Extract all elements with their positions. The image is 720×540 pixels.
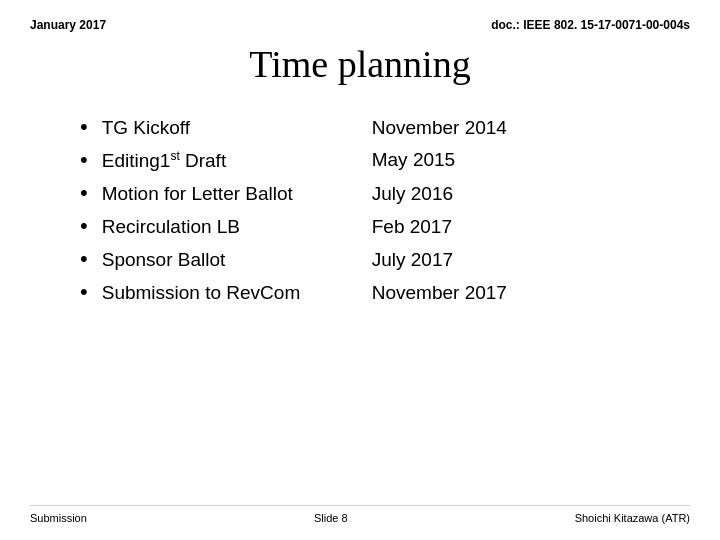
bullet-label: Recirculation LB (102, 216, 372, 238)
bullet-date: Feb 2017 (372, 216, 452, 238)
bullet-dot: • (80, 215, 88, 237)
footer-bar: Submission Slide 8 Shoichi Kitazawa (ATR… (30, 505, 690, 524)
header-bar: January 2017 doc.: IEEE 802. 15-17-0071-… (30, 18, 690, 32)
bullet-date: July 2016 (372, 183, 453, 205)
list-item: • Recirculation LB Feb 2017 (80, 215, 670, 238)
bullet-content: Submission to RevCom November 2017 (102, 282, 670, 304)
list-item: • TG Kickoff November 2014 (80, 116, 670, 139)
bullet-content: Motion for Letter Ballot July 2016 (102, 183, 670, 205)
slide-title: Time planning (249, 43, 470, 85)
bullet-label: Motion for Letter Ballot (102, 183, 372, 205)
header-date: January 2017 (30, 18, 106, 32)
footer-submission: Submission (30, 512, 87, 524)
bullet-label: Editing1st Draft (102, 149, 372, 172)
bullet-date: November 2017 (372, 282, 507, 304)
bullet-label: Submission to RevCom (102, 282, 372, 304)
footer-slide: Slide 8 (314, 512, 348, 524)
list-item: • Sponsor Ballot July 2017 (80, 248, 670, 271)
bullet-date: November 2014 (372, 117, 507, 139)
list-item: • Motion for Letter Ballot July 2016 (80, 182, 670, 205)
slide: January 2017 doc.: IEEE 802. 15-17-0071-… (0, 0, 720, 540)
bullet-dot: • (80, 248, 88, 270)
title-area: Time planning (30, 42, 690, 86)
list-item: • Editing1st Draft May 2015 (80, 149, 670, 172)
bullet-dot: • (80, 149, 88, 171)
list-item: • Submission to RevCom November 2017 (80, 281, 670, 304)
bullet-content: Recirculation LB Feb 2017 (102, 216, 670, 238)
bullet-dot: • (80, 182, 88, 204)
bullet-content: Editing1st Draft May 2015 (102, 149, 670, 172)
content-area: • TG Kickoff November 2014 • Editing1st … (30, 116, 690, 304)
bullet-dot: • (80, 281, 88, 303)
bullet-label: TG Kickoff (102, 117, 372, 139)
bullet-list: • TG Kickoff November 2014 • Editing1st … (80, 116, 670, 304)
bullet-label: Sponsor Ballot (102, 249, 372, 271)
bullet-date: May 2015 (372, 149, 455, 172)
bullet-dot: • (80, 116, 88, 138)
header-doc: doc.: IEEE 802. 15-17-0071-00-004s (491, 18, 690, 32)
bullet-content: Sponsor Ballot July 2017 (102, 249, 670, 271)
bullet-content: TG Kickoff November 2014 (102, 117, 670, 139)
footer-author: Shoichi Kitazawa (ATR) (575, 512, 690, 524)
bullet-date: July 2017 (372, 249, 453, 271)
